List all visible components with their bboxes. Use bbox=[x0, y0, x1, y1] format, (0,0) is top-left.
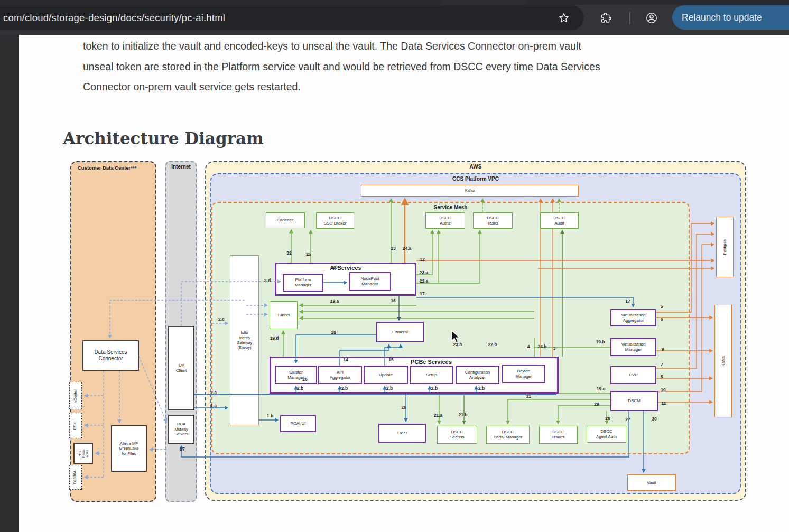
paragraph-line-3: Connector on-prem vault service gets res… bbox=[83, 77, 757, 97]
edge-label-19.d: 19.d bbox=[270, 335, 279, 341]
edge-label-3: 3 bbox=[553, 346, 556, 351]
toolbar-divider bbox=[629, 12, 630, 24]
edge bbox=[181, 282, 281, 326]
architecture-diagram: Customer Data Center***InternetAWSCCS Pl… bbox=[62, 156, 747, 505]
edge-label-12: 12 bbox=[420, 257, 424, 262]
edge-label-2.b: 2.b bbox=[478, 386, 485, 391]
edge-label-29: 29 bbox=[594, 402, 599, 407]
edge-label-17: 17 bbox=[625, 298, 630, 304]
edge-label-28: 28 bbox=[605, 416, 610, 421]
edge-label-30: 30 bbox=[652, 416, 656, 422]
edge-label-22.b: 22.b bbox=[488, 342, 497, 347]
edge-label-2.a: 2.a bbox=[210, 390, 217, 395]
edge bbox=[385, 344, 401, 366]
edge-label-22.a: 22.a bbox=[420, 278, 429, 284]
diagram-edges-over bbox=[62, 156, 747, 505]
browser-chrome: com/cloud/storage-design/docs/security/p… bbox=[0, 0, 789, 35]
paragraph-line-2: unseal token are stored in the Platform … bbox=[83, 57, 757, 77]
edge-label-1.a: 1.a bbox=[210, 403, 217, 408]
relaunch-to-update-button[interactable]: Relaunch to update bbox=[672, 5, 789, 30]
edge-label-27: 27 bbox=[625, 417, 630, 422]
profile-icon[interactable] bbox=[643, 10, 660, 26]
edge bbox=[340, 344, 389, 366]
left-dark-strip bbox=[0, 35, 19, 532]
url-text[interactable]: com/cloud/storage-design/docs/security/p… bbox=[3, 5, 225, 30]
edge bbox=[296, 335, 376, 363]
edge-label-14: 14 bbox=[343, 357, 348, 362]
edge-label-20: 20 bbox=[332, 265, 337, 270]
edge-label-21.b: 21.b bbox=[458, 412, 467, 417]
edge-label-18: 18 bbox=[331, 330, 336, 335]
edge-label-15: 15 bbox=[388, 357, 393, 362]
edge-label-24.a: 24.a bbox=[403, 246, 412, 251]
edge-label-2.d: 2.d bbox=[264, 278, 271, 283]
edge-label-31: 31 bbox=[526, 394, 531, 399]
edge-label-2.b: 2.b bbox=[431, 386, 438, 391]
edge-label-27: 27 bbox=[180, 446, 184, 452]
section-heading: Architecture Diagram bbox=[63, 129, 264, 148]
edge-label-2.b: 2.b bbox=[386, 386, 393, 391]
edge-label-6: 6 bbox=[661, 316, 663, 322]
address-bar[interactable]: com/cloud/storage-design/docs/security/p… bbox=[0, 5, 584, 30]
edge-label-1.b: 1.b bbox=[267, 413, 273, 418]
edge-label-2.c: 2.c bbox=[218, 316, 225, 322]
mouse-cursor bbox=[451, 330, 463, 344]
edge-label-21.a: 21.a bbox=[434, 413, 443, 418]
edge-label-23.a: 23.a bbox=[420, 270, 429, 275]
edge-label-25: 25 bbox=[306, 251, 311, 257]
edge-label-7: 7 bbox=[661, 362, 663, 367]
edge-label-24.b: 24.b bbox=[537, 344, 546, 349]
edge-label-13: 13 bbox=[391, 246, 395, 251]
edge-label-5: 5 bbox=[661, 304, 663, 309]
edge-label-26: 26 bbox=[302, 377, 307, 382]
edge-label-9: 9 bbox=[662, 347, 664, 352]
body-paragraph: token to initialize the vault and encode… bbox=[83, 36, 757, 97]
edge-label-19.a: 19.a bbox=[330, 298, 339, 304]
edge-label-4: 4 bbox=[527, 344, 530, 349]
edge-label-17: 17 bbox=[420, 291, 424, 296]
paragraph-line-1: token to initialize the vault and encode… bbox=[83, 36, 757, 57]
edge-label-11: 11 bbox=[662, 400, 666, 406]
edge-label-26: 26 bbox=[401, 405, 406, 410]
edge-label-2.b: 2.b bbox=[341, 386, 348, 391]
edge-label-16: 16 bbox=[391, 298, 395, 303]
edge-label-19.b: 19.b bbox=[596, 339, 605, 344]
tab-strip bbox=[0, 0, 789, 5]
bookmark-star-icon[interactable] bbox=[555, 10, 572, 26]
edge-label-2.b: 2.b bbox=[297, 386, 303, 391]
edge-label-19.c: 19.c bbox=[597, 386, 606, 391]
extensions-icon[interactable] bbox=[598, 10, 615, 26]
edge-label-8: 8 bbox=[661, 374, 663, 379]
edge-label-10: 10 bbox=[661, 387, 665, 393]
edge-label-32: 32 bbox=[286, 250, 291, 256]
